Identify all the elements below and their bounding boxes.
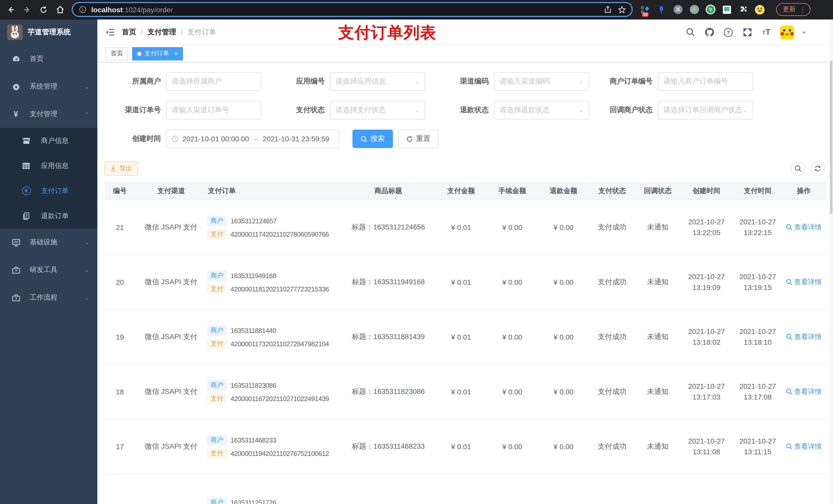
filter-label-pay-status: 支付状态: [268, 105, 330, 115]
yen-icon: ¥: [11, 110, 21, 119]
sidebar-fold-icon[interactable]: [97, 28, 122, 36]
refund-amount: ¥ 0.00: [539, 223, 588, 232]
merchant-input[interactable]: 请选择所属商户: [166, 72, 261, 91]
forward-icon[interactable]: [23, 5, 32, 14]
create-time-range[interactable]: 2021-10-01 00:00:00 - 2021-10-31 23:59:5…: [166, 129, 339, 148]
site-info-icon[interactable]: [79, 6, 87, 13]
reload-icon[interactable]: [39, 5, 48, 14]
breadcrumb-home[interactable]: 首页: [122, 27, 136, 37]
browser-menu-icon[interactable]: ⋮: [800, 6, 806, 13]
tag-pay-order[interactable]: 支付订单 ×: [132, 47, 183, 60]
sidebar-item-app-info[interactable]: 应用信息: [0, 153, 97, 178]
search-icon[interactable]: [686, 27, 696, 38]
filter-label-merchant-order-no: 商户订单编号: [596, 77, 658, 86]
refund-status-select[interactable]: 请选择退款状态⌄: [494, 101, 589, 119]
extension-kite-icon[interactable]: [656, 4, 667, 15]
created-time: 2021-10-2713:17:03: [679, 381, 734, 403]
sidebar-item-pay[interactable]: ¥ 支付管理 ⌃: [0, 100, 97, 128]
sidebar-item-merchant-info[interactable]: 商户信息: [0, 128, 97, 153]
channel-order-no-input[interactable]: 请输入渠道订单号: [166, 101, 261, 119]
extension-dot-icon[interactable]: [689, 4, 699, 15]
pay-status: 支付成功: [588, 332, 636, 342]
breadcrumb-parent[interactable]: 支付管理: [147, 27, 176, 37]
refresh-table-button[interactable]: [810, 161, 825, 176]
paid-time: 2021-10-2713:18:10: [734, 326, 782, 348]
search-button[interactable]: 搜索: [353, 129, 393, 148]
avatar[interactable]: [780, 25, 794, 39]
merchant-order-no-input[interactable]: 请输入商户订单编号: [658, 72, 753, 91]
product-title: 标题：1635311468233: [340, 442, 436, 451]
help-icon[interactable]: ?: [723, 27, 734, 38]
refresh-icon: [406, 136, 413, 142]
scrollbar-thumb[interactable]: [830, 61, 832, 214]
close-icon[interactable]: ×: [174, 50, 178, 57]
paid-time: 2021-10-2713:17:08: [734, 381, 782, 403]
extension-command-icon[interactable]: ⌘: [673, 4, 683, 15]
view-detail-link[interactable]: 查看详情: [786, 278, 822, 287]
reset-button[interactable]: 重置: [398, 129, 438, 148]
extension-emoji-icon[interactable]: [755, 4, 765, 15]
action-cell: 查看详情: [782, 442, 826, 452]
channel-code-select[interactable]: 请输入渠道编码⌄: [494, 72, 589, 91]
extension-chat-icon[interactable]: [722, 4, 732, 15]
logo-bunny-icon: [7, 25, 23, 40]
extension-badge-icon[interactable]: 10: [640, 4, 650, 15]
filter-label-channel-code: 渠道编码: [432, 77, 494, 86]
back-icon[interactable]: [6, 5, 15, 14]
sidebar-item-system[interactable]: 系统管理 ⌄: [0, 73, 97, 100]
update-button[interactable]: 更新 ⋮: [776, 3, 810, 16]
show-search-button[interactable]: [791, 161, 805, 176]
share-icon[interactable]: [603, 5, 612, 14]
fullscreen-icon[interactable]: [742, 27, 753, 38]
order-id: 17: [104, 442, 135, 451]
view-detail-link[interactable]: 查看详情: [786, 223, 822, 232]
created-time: 2021-10-2713:22:05: [679, 217, 734, 238]
sidebar-item-pay-order[interactable]: ¥ 支付订单: [0, 178, 97, 203]
pay-status: 支付成功: [588, 442, 636, 451]
tag-home[interactable]: 首页: [105, 47, 128, 60]
download-icon: [110, 165, 116, 172]
callback-status-select[interactable]: 请选择订单回调商户状态⌄: [658, 101, 753, 119]
table-row: 18 微信 JSAPI 支付 商户 1635311823086 支付 42000…: [104, 365, 826, 419]
chevron-down-icon: ⌄: [85, 295, 89, 301]
view-detail-link[interactable]: 查看详情: [786, 332, 822, 342]
home-icon[interactable]: [55, 5, 65, 14]
font-size-icon[interactable]: TT: [761, 27, 771, 38]
extension-y-icon[interactable]: Y: [706, 4, 716, 15]
magnifier-icon: [786, 279, 792, 286]
app-no-select[interactable]: 请选择应用信息⌄: [330, 72, 425, 91]
bookmark-star-icon[interactable]: [617, 5, 626, 14]
pay-tag: 支付: [207, 448, 227, 459]
app-logo[interactable]: 芋道管理系统: [0, 20, 97, 45]
url-bar[interactable]: localhost:1024/pay/order: [72, 2, 633, 17]
page-scrollbar[interactable]: [829, 20, 833, 504]
sidebar-item-devtools[interactable]: 研发工具 ⌄: [0, 256, 97, 284]
filter-label-app-no: 应用编号: [268, 77, 330, 86]
magnifier-icon: [786, 334, 792, 340]
grid-icon: [22, 161, 31, 170]
order-id: 21: [104, 223, 135, 232]
fee-amount: ¥ 0.00: [486, 333, 539, 341]
pay-status-select[interactable]: 请选择支付状态⌄: [330, 101, 425, 119]
sidebar-item-infra[interactable]: 基础设施 ⌄: [0, 229, 97, 256]
chevron-up-icon: ⌃: [85, 112, 89, 117]
view-detail-link[interactable]: 查看详情: [786, 387, 822, 397]
refund-amount: ¥ 0.00: [539, 333, 588, 341]
extensions-puzzle-icon[interactable]: [738, 4, 748, 15]
github-icon[interactable]: [705, 27, 715, 38]
notify-status: 未通知: [636, 442, 679, 451]
created-time: 2021-10-2713:18:02: [679, 326, 734, 348]
created-time: 2021-10-2713:19:09: [679, 271, 734, 293]
sidebar-item-workflow[interactable]: 工作流程 ⌄: [0, 284, 97, 311]
sidebar-item-refund-order[interactable]: 退款订单: [0, 203, 97, 229]
clock-icon: [172, 135, 179, 142]
sidebar-item-home[interactable]: 首页: [0, 45, 97, 73]
merchant-tag: 商户: [207, 325, 227, 336]
avatar-caret-icon[interactable]: ▾: [803, 29, 805, 35]
refund-amount: ¥ 0.00: [539, 278, 588, 286]
export-button[interactable]: 导出: [104, 161, 138, 176]
page-content: 所属商户 请选择所属商户 应用编号 请选择应用信息⌄ 渠道编码 请输入渠道编码⌄…: [97, 63, 833, 504]
svg-text:?: ?: [727, 29, 730, 35]
product-title: 标题：1635311823086: [340, 387, 436, 397]
view-detail-link[interactable]: 查看详情: [786, 442, 822, 451]
